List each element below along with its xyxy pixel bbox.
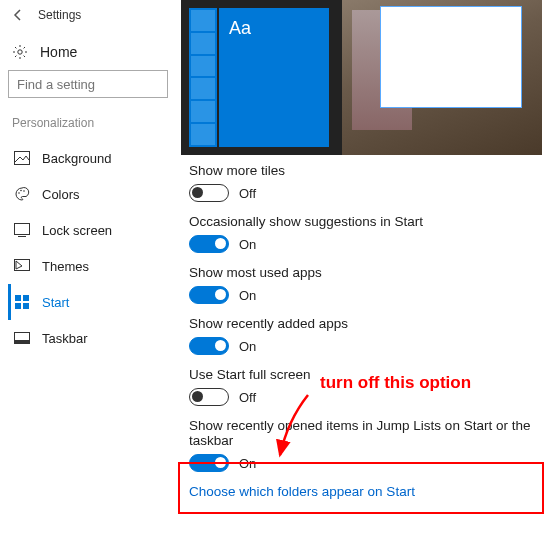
setting-label: Show recently added apps <box>189 316 542 331</box>
gear-icon <box>12 44 28 60</box>
palette-icon <box>14 186 30 202</box>
svg-line-7 <box>15 47 16 48</box>
setting-label: Show most used apps <box>189 265 542 280</box>
sidebar-item-label: Lock screen <box>42 223 112 238</box>
svg-rect-22 <box>15 303 21 309</box>
themes-icon <box>14 258 30 274</box>
preview-tile-text: Aa <box>219 8 329 147</box>
sidebar-item-start[interactable]: Start <box>8 284 175 320</box>
sidebar-item-themes[interactable]: Themes <box>8 248 175 284</box>
toggle-state-text: On <box>239 288 256 303</box>
sidebar-item-taskbar[interactable]: Taskbar <box>8 320 175 356</box>
search-box[interactable] <box>8 70 168 98</box>
search-input[interactable] <box>17 77 185 92</box>
content-pane: Aa Show more tilesOffOccasionally show s… <box>175 0 548 539</box>
toggle-state-text: On <box>239 237 256 252</box>
setting-row: Show recently added appsOn <box>189 316 542 355</box>
setting-row: Show most used appsOn <box>189 265 542 304</box>
svg-rect-25 <box>15 340 30 344</box>
setting-row: Occasionally show suggestions in StartOn <box>189 214 542 253</box>
sidebar-item-label: Taskbar <box>42 331 88 346</box>
lockscreen-icon <box>14 222 30 238</box>
start-preview: Aa <box>181 0 542 155</box>
svg-rect-20 <box>15 295 21 301</box>
sidebar: Home Personalization Background Colors L… <box>0 30 175 356</box>
section-label: Personalization <box>8 112 175 140</box>
setting-row: Use Start full screenOff <box>189 367 542 406</box>
svg-point-2 <box>18 50 22 54</box>
setting-label: Use Start full screen <box>189 367 542 382</box>
start-icon <box>14 294 30 310</box>
svg-line-9 <box>15 56 16 57</box>
toggle-state-text: On <box>239 456 256 471</box>
sidebar-item-lockscreen[interactable]: Lock screen <box>8 212 175 248</box>
choose-folders-link[interactable]: Choose which folders appear on Start <box>189 484 542 499</box>
sidebar-item-label: Colors <box>42 187 80 202</box>
sidebar-item-label: Background <box>42 151 111 166</box>
setting-row: Show more tilesOff <box>189 163 542 202</box>
svg-rect-21 <box>23 295 29 301</box>
svg-point-15 <box>20 190 22 192</box>
toggle-switch[interactable] <box>189 337 229 355</box>
home-label: Home <box>40 44 77 60</box>
setting-label: Show more tiles <box>189 163 542 178</box>
home-button[interactable]: Home <box>8 38 175 70</box>
toggle-switch[interactable] <box>189 235 229 253</box>
toggle-switch[interactable] <box>189 184 229 202</box>
toggle-switch[interactable] <box>189 454 229 472</box>
setting-label: Show recently opened items in Jump Lists… <box>189 418 542 448</box>
setting-label: Occasionally show suggestions in Start <box>189 214 542 229</box>
toggle-state-text: On <box>239 339 256 354</box>
svg-rect-17 <box>15 224 30 235</box>
svg-rect-23 <box>23 303 29 309</box>
sidebar-item-label: Start <box>42 295 69 310</box>
svg-point-14 <box>18 192 20 194</box>
svg-line-8 <box>24 56 25 57</box>
svg-line-10 <box>24 47 25 48</box>
toggle-switch[interactable] <box>189 286 229 304</box>
taskbar-icon <box>14 330 30 346</box>
picture-icon <box>14 150 30 166</box>
setting-row: Show recently opened items in Jump Lists… <box>189 418 542 472</box>
back-button[interactable] <box>6 3 30 27</box>
sidebar-item-label: Themes <box>42 259 89 274</box>
toggle-switch[interactable] <box>189 388 229 406</box>
svg-point-16 <box>23 190 25 192</box>
window-title: Settings <box>38 8 81 22</box>
sidebar-item-colors[interactable]: Colors <box>8 176 175 212</box>
toggle-state-text: Off <box>239 390 256 405</box>
sidebar-item-background[interactable]: Background <box>8 140 175 176</box>
toggle-state-text: Off <box>239 186 256 201</box>
